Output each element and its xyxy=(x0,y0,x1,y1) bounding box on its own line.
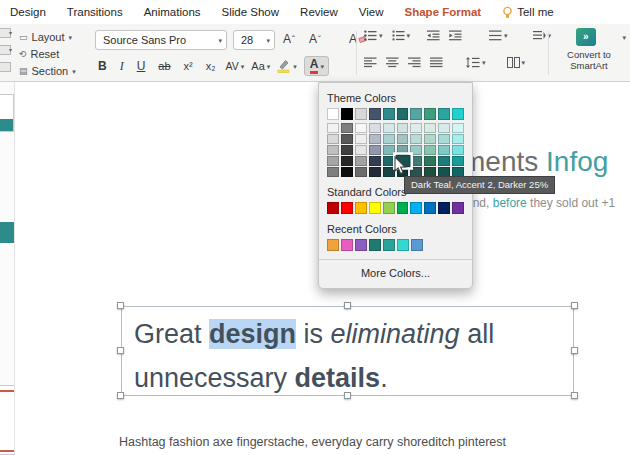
recent-color-swatch[interactable] xyxy=(327,239,339,251)
menu-shape-format[interactable]: Shape Format xyxy=(405,6,482,18)
standard-color-swatch[interactable] xyxy=(327,202,339,214)
theme-color-swatch[interactable] xyxy=(452,108,464,120)
slide-subtitle-partial[interactable]: und, before they sold out +1 xyxy=(466,196,615,210)
variant-color-swatch[interactable] xyxy=(424,134,436,144)
font-name-combo[interactable]: Source Sans Pro ▾ xyxy=(95,30,227,50)
variant-color-swatch[interactable] xyxy=(424,156,436,166)
variant-color-swatch[interactable] xyxy=(383,156,395,166)
shrink-font-button[interactable]: Aˇ xyxy=(306,30,324,48)
columns-button[interactable]: ▾ xyxy=(507,57,526,68)
selected-text-box[interactable]: Great design is eliminating all unnecess… xyxy=(121,306,574,396)
align-left-button[interactable] xyxy=(364,57,377,68)
cutoff-button[interactable] xyxy=(0,62,11,72)
standard-color-swatch[interactable] xyxy=(369,202,381,214)
variant-color-swatch[interactable] xyxy=(452,134,464,144)
variant-color-swatch[interactable] xyxy=(369,123,381,133)
slide-thumbnail[interactable] xyxy=(0,385,15,455)
font-size-combo[interactable]: 28 ▾ xyxy=(233,30,275,50)
layout-button[interactable]: ▭ Layout ▾ xyxy=(19,29,76,45)
variant-color-swatch[interactable] xyxy=(369,167,381,177)
justify-button[interactable] xyxy=(430,57,443,68)
variant-color-swatch[interactable] xyxy=(355,156,367,166)
variant-color-swatch[interactable] xyxy=(355,145,367,155)
variant-color-swatch[interactable] xyxy=(355,134,367,144)
theme-color-swatch[interactable] xyxy=(369,108,381,120)
bold-button[interactable]: B xyxy=(95,57,110,75)
resize-handle-sw[interactable] xyxy=(117,392,124,399)
text-highlight-button[interactable]: ▾ xyxy=(277,59,297,73)
variant-color-swatch[interactable] xyxy=(438,145,450,155)
bullets-button[interactable]: ▾ xyxy=(364,30,383,41)
variant-color-swatch[interactable] xyxy=(438,134,450,144)
theme-color-swatch[interactable] xyxy=(410,108,422,120)
variant-color-swatch[interactable] xyxy=(383,134,395,144)
reset-button[interactable]: ⟲ Reset xyxy=(19,46,76,62)
variant-color-swatch[interactable] xyxy=(410,134,422,144)
font-color-button[interactable]: A ▾ xyxy=(304,56,329,76)
variant-color-swatch[interactable] xyxy=(452,156,464,166)
menu-slide-show[interactable]: Slide Show xyxy=(222,6,280,18)
menu-tell-me[interactable]: Tell me xyxy=(502,6,553,19)
align-center-button[interactable] xyxy=(386,57,399,68)
variant-color-swatch[interactable] xyxy=(424,123,436,133)
variant-color-swatch[interactable] xyxy=(327,167,339,177)
standard-color-swatch[interactable] xyxy=(397,202,409,214)
slide-title-partial[interactable]: ments Infog xyxy=(462,146,608,178)
recent-color-swatch[interactable] xyxy=(355,239,367,251)
variant-color-swatch[interactable] xyxy=(410,123,422,133)
grow-font-button[interactable]: Aˆ xyxy=(280,30,298,48)
resize-handle-ne[interactable] xyxy=(571,302,578,309)
standard-color-swatch[interactable] xyxy=(341,202,353,214)
variant-color-swatch[interactable] xyxy=(410,156,422,166)
variant-color-swatch[interactable] xyxy=(383,167,395,177)
variant-color-swatch[interactable] xyxy=(341,145,353,155)
cutoff-button[interactable]: ▾ xyxy=(0,45,11,55)
standard-color-swatch[interactable] xyxy=(424,202,436,214)
align-right-button[interactable] xyxy=(408,57,421,68)
more-colors-button[interactable]: More Colors... xyxy=(327,260,464,284)
line-spacing-options-button[interactable]: ▾ xyxy=(489,30,508,41)
variant-color-swatch[interactable] xyxy=(424,145,436,155)
character-spacing-button[interactable]: AV ▾ xyxy=(226,60,245,72)
menu-view[interactable]: View xyxy=(359,6,384,18)
theme-color-swatch[interactable] xyxy=(383,108,395,120)
variant-color-swatch[interactable] xyxy=(355,123,367,133)
slide-thumbnail[interactable] xyxy=(0,94,14,132)
theme-color-swatch[interactable] xyxy=(341,108,353,120)
smartart-group[interactable]: » ▾ Convert to SmartArt xyxy=(552,28,626,71)
variant-color-swatch[interactable] xyxy=(327,134,339,144)
variant-color-swatch[interactable] xyxy=(397,134,409,144)
theme-color-swatch[interactable] xyxy=(327,108,339,120)
variant-color-swatch[interactable] xyxy=(369,134,381,144)
variant-color-swatch[interactable] xyxy=(341,134,353,144)
recent-color-swatch[interactable] xyxy=(341,239,353,251)
standard-color-swatch[interactable] xyxy=(438,202,450,214)
resize-handle-n[interactable] xyxy=(344,302,351,309)
italic-button[interactable]: I xyxy=(117,57,127,75)
variant-color-swatch[interactable] xyxy=(341,156,353,166)
resize-handle-s[interactable] xyxy=(344,392,351,399)
recent-color-swatch[interactable] xyxy=(411,239,423,251)
menu-animations[interactable]: Animations xyxy=(144,6,201,18)
variant-color-swatch[interactable] xyxy=(397,123,409,133)
variant-color-swatch[interactable] xyxy=(341,123,353,133)
variant-color-swatch[interactable] xyxy=(452,123,464,133)
variant-color-swatch[interactable] xyxy=(410,145,422,155)
variant-color-swatch[interactable] xyxy=(438,123,450,133)
variant-color-swatch[interactable] xyxy=(369,145,381,155)
variant-color-swatch[interactable] xyxy=(327,156,339,166)
variant-color-swatch[interactable] xyxy=(383,145,395,155)
variant-color-swatch[interactable] xyxy=(327,123,339,133)
standard-color-swatch[interactable] xyxy=(452,202,464,214)
variant-color-swatch[interactable] xyxy=(397,145,409,155)
variant-color-swatch[interactable] xyxy=(355,167,367,177)
text-box-content[interactable]: Great design is eliminating all unnecess… xyxy=(122,307,573,400)
variant-color-swatch[interactable] xyxy=(341,167,353,177)
line-spacing-button[interactable]: ▾ xyxy=(466,57,486,68)
theme-color-swatch[interactable] xyxy=(355,108,367,120)
numbering-button[interactable]: ▾ xyxy=(392,30,411,41)
change-case-button[interactable]: Aa ▾ xyxy=(251,60,270,72)
variant-color-swatch[interactable] xyxy=(438,156,450,166)
slide-body-text[interactable]: Hashtag fashion axe fingerstache, everyd… xyxy=(119,435,506,449)
menu-review[interactable]: Review xyxy=(300,6,338,18)
